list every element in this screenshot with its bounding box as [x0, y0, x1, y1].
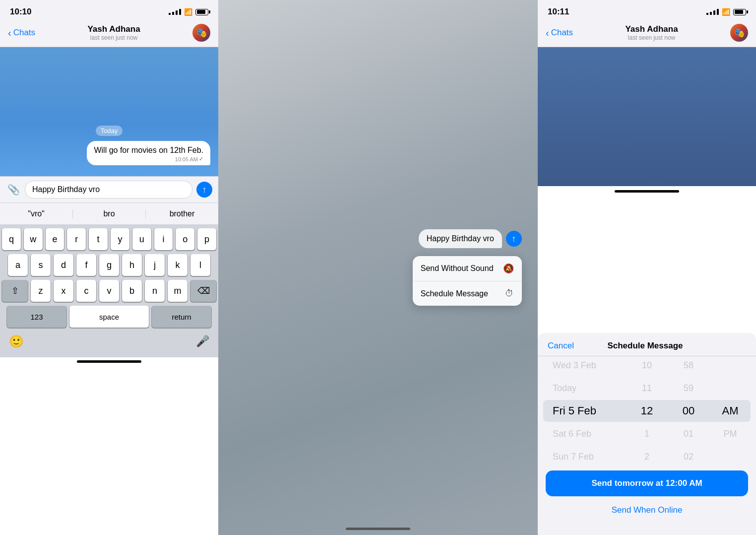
- middle-send-btn[interactable]: ↑: [506, 231, 522, 247]
- menu-label-1: Schedule Message: [421, 289, 488, 298]
- key-r[interactable]: r: [67, 228, 86, 250]
- send-button-1[interactable]: ↑: [196, 182, 212, 198]
- autocomplete-item-1[interactable]: bro: [73, 209, 146, 218]
- date-badge-1: Today: [8, 126, 210, 135]
- picker-columns: Tue 2 Feb Wed 3 Feb Today Fri 5 Feb Sat …: [543, 356, 751, 466]
- picker-date-1: Wed 3 Feb: [543, 356, 626, 376]
- chat-area-1: Today Will go for movies on 12th Feb. 10…: [0, 47, 218, 176]
- picker-ampm-1: [709, 356, 751, 376]
- autocomplete-item-0[interactable]: "vro": [0, 209, 73, 218]
- picker-hour-4: 1: [626, 423, 668, 445]
- middle-bubble-area: Happy Birthday vro ↑ Send Without Sound …: [234, 229, 522, 306]
- picker-hour-2: 11: [626, 377, 668, 399]
- contact-name-3: Yash Adhana: [573, 24, 730, 34]
- picker-ampm-2: [709, 377, 751, 399]
- battery-icon: [195, 9, 208, 15]
- key-k[interactable]: k: [168, 254, 188, 276]
- battery-icon-3: [733, 9, 746, 15]
- avatar-1[interactable]: 🎭: [192, 24, 210, 42]
- key-x[interactable]: x: [54, 280, 73, 302]
- picker-min-1: 58: [668, 356, 709, 376]
- menu-label-0: Send Without Sound: [421, 264, 494, 273]
- kb-row-3: ⇧ z x c v b n m ⌫: [2, 280, 216, 302]
- key-u[interactable]: u: [132, 228, 151, 250]
- picker-date-5: Sun 7 Feb: [543, 446, 626, 466]
- screen-1: 10:10 📶 ‹ Chats Yash Adhana last seen ju…: [0, 0, 218, 535]
- key-f[interactable]: f: [76, 254, 96, 276]
- key-a[interactable]: a: [8, 254, 28, 276]
- picker-min-4: 01: [668, 423, 709, 445]
- back-button-3[interactable]: ‹ Chats: [546, 28, 573, 38]
- key-n[interactable]: n: [145, 280, 165, 302]
- picker-hour-3: 12: [626, 400, 668, 422]
- key-v[interactable]: v: [99, 280, 119, 302]
- chevron-icon-3: ‹: [546, 28, 549, 38]
- picker-hour-1: 10: [626, 356, 668, 376]
- key-d[interactable]: d: [54, 254, 73, 276]
- key-t[interactable]: t: [89, 228, 108, 250]
- key-p[interactable]: p: [197, 228, 216, 250]
- kb-row-4: 123 space return: [2, 306, 216, 328]
- middle-input-row: Happy Birthday vro ↑: [234, 229, 522, 248]
- check-icon-1: ✓: [199, 156, 203, 162]
- key-w[interactable]: w: [24, 228, 43, 250]
- autocomplete-bar-1: "vro" bro brother: [0, 202, 218, 224]
- signal-icon-3: [706, 9, 719, 15]
- key-return[interactable]: return: [152, 306, 211, 328]
- key-m[interactable]: m: [168, 280, 188, 302]
- key-123[interactable]: 123: [7, 306, 66, 328]
- send-when-online-button[interactable]: Send When Online: [538, 500, 756, 520]
- picker-ampm-5: [709, 446, 751, 466]
- wifi-icon: 📶: [184, 8, 192, 16]
- menu-item-schedule-message[interactable]: Schedule Message ⏱: [413, 281, 522, 306]
- key-o[interactable]: o: [176, 228, 194, 250]
- back-button-1[interactable]: ‹ Chats: [8, 28, 35, 38]
- screen-3: 10:11 📶 ‹ Chats Yash Adhana last seen ju…: [538, 0, 756, 535]
- picker-min-5: 02: [668, 446, 709, 466]
- key-l[interactable]: l: [190, 254, 210, 276]
- status-bar-3: 10:11 📶: [538, 0, 756, 20]
- menu-item-send-without-sound[interactable]: Send Without Sound 🔕: [413, 256, 522, 281]
- autocomplete-item-2[interactable]: brother: [146, 209, 218, 218]
- sheet-header: Cancel Schedule Message: [538, 333, 756, 356]
- key-shift[interactable]: ⇧: [2, 280, 28, 302]
- status-time-1: 10:10: [10, 7, 31, 17]
- mic-button[interactable]: 🎤: [193, 332, 212, 351]
- key-j[interactable]: j: [145, 254, 165, 276]
- picker-hour-col: 9 10 11 12 1 2 3: [626, 356, 668, 466]
- key-z[interactable]: z: [31, 280, 51, 302]
- back-label-3[interactable]: Chats: [551, 28, 573, 38]
- key-b[interactable]: b: [122, 280, 142, 302]
- attach-button-1[interactable]: 📎: [6, 182, 21, 197]
- picker-date-4: Sat 6 Feb: [543, 423, 626, 445]
- key-q[interactable]: q: [2, 228, 21, 250]
- picker-ampm-4: PM: [709, 423, 751, 445]
- kb-row-1: q w e r t y u i o p: [2, 228, 216, 250]
- right-chat-area: [538, 47, 756, 186]
- picker-min-col: 57 58 59 00 01 02 03: [668, 356, 709, 466]
- key-delete[interactable]: ⌫: [190, 280, 216, 302]
- back-label-1[interactable]: Chats: [13, 28, 35, 38]
- message-bubble-1: Will go for movies on 12th Feb. 10:05 AM…: [87, 141, 210, 165]
- key-e[interactable]: e: [46, 228, 64, 250]
- key-c[interactable]: c: [76, 280, 96, 302]
- picker-date-3: Fri 5 Feb: [543, 400, 626, 422]
- key-space[interactable]: space: [69, 306, 149, 328]
- key-g[interactable]: g: [99, 254, 119, 276]
- avatar-3[interactable]: 🎭: [730, 24, 748, 42]
- key-i[interactable]: i: [154, 228, 173, 250]
- emoji-button[interactable]: 🙂: [6, 332, 27, 351]
- bell-off-icon: 🔕: [503, 263, 514, 274]
- nav-center-3: Yash Adhana last seen just now: [573, 24, 730, 41]
- clock-icon: ⏱: [505, 288, 514, 299]
- key-y[interactable]: y: [111, 228, 129, 250]
- key-s[interactable]: s: [31, 254, 51, 276]
- send-tomorrow-button[interactable]: Send tomorrow at 12:00 AM: [546, 470, 748, 496]
- message-input-1[interactable]: [25, 181, 192, 199]
- home-bar-3: [615, 190, 679, 193]
- contact-name-1: Yash Adhana: [35, 24, 192, 34]
- picker-ampm-col: AM PM: [709, 356, 751, 466]
- date-time-picker[interactable]: Tue 2 Feb Wed 3 Feb Today Fri 5 Feb Sat …: [538, 356, 756, 466]
- cancel-button[interactable]: Cancel: [548, 341, 574, 351]
- key-h[interactable]: h: [122, 254, 142, 276]
